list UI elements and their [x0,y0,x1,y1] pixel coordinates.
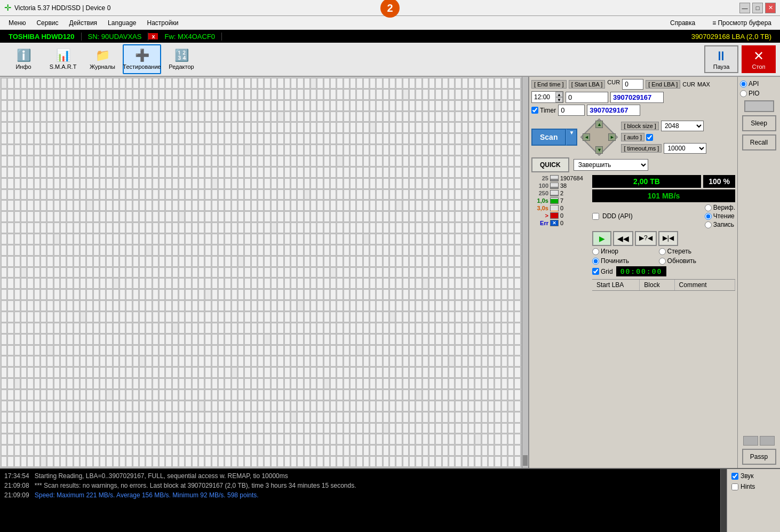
stop-button[interactable]: ✕ Стоп [742,45,776,73]
grid-checkbox-label[interactable]: Grid [592,268,613,275]
menu-item-service[interactable]: Сервис [31,18,63,28]
zvuk-checkbox[interactable] [731,473,738,480]
menu-item-language[interactable]: Language [102,18,141,28]
grid-cell [47,167,53,178]
grid-cell [106,456,112,467]
nav-left-button[interactable]: ◄ [583,133,590,141]
view-buffer-button[interactable]: ≡ Просмотр буфера [707,18,777,28]
action-update-radio[interactable]: Обновить [659,257,723,265]
grid-cell [21,178,27,189]
pio-radio[interactable] [740,90,747,97]
nav-down-button[interactable]: ▼ [595,146,603,154]
verif-radio-input[interactable] [705,204,712,211]
grid-cell [277,334,283,345]
timer-check[interactable] [531,107,538,114]
finish-select[interactable]: Завершить Выключить Перезагрузить [574,159,648,171]
grid-cell [251,256,257,267]
scan-button[interactable]: Scan [531,129,566,146]
toolbar-smart[interactable]: 📊 S.M.A.R.T [44,44,82,74]
menu-item-menu[interactable]: Меню [3,18,31,28]
auto-checkbox[interactable] [646,134,653,141]
time-input-wrap[interactable]: ▲ ▼ [531,91,563,103]
toolbar-test[interactable]: ➕ Тестирование [123,44,161,74]
rewind-button[interactable]: ◀◀ [613,231,633,246]
side-gray-btn-1[interactable] [743,436,758,446]
step-back-button[interactable]: ▶?◀ [635,231,657,246]
read-radio-input[interactable] [705,213,712,220]
pio-radio-label[interactable]: PIO [740,90,760,97]
block-size-select[interactable]: 2048 512 1024 4096 [661,121,704,131]
grid-cell [264,378,270,389]
grid-cell [74,100,79,111]
time-spin-down[interactable]: ▼ [555,97,563,102]
grid-cell [462,456,468,467]
grid-cell [482,300,488,311]
toolbar-editor[interactable]: 🔢 Редактор [162,44,201,74]
nav-up-button[interactable]: ▲ [595,121,603,128]
grid-cell [508,434,514,444]
toolbar-journals[interactable]: 📁 Журналы [83,44,122,74]
grid-cell [153,178,158,189]
minimize-button[interactable]: — [739,3,750,13]
play-button[interactable]: ▶ [592,231,611,246]
action-erase-radio[interactable]: Стереть [659,248,723,255]
grid-cell [113,367,119,378]
grid-cell [54,312,60,322]
device-close-button[interactable]: x [148,33,158,39]
pause-button[interactable]: ⏸ Пауза [704,45,738,73]
cur-value-input[interactable] [622,79,643,90]
action-ignore-radio[interactable]: Игнор [592,248,657,255]
timer-value-input[interactable] [558,105,585,116]
grid-cell [14,345,20,356]
step-fwd-button[interactable]: ▶|◀ [658,231,678,246]
grid-cell [383,312,389,322]
api-radio[interactable] [740,81,747,88]
hints-label: Hints [741,483,755,490]
scroll-thumb[interactable] [523,455,528,466]
sleep-button[interactable]: Sleep [742,115,776,131]
start-lba-input[interactable] [566,92,608,103]
timeout-select[interactable]: 10000 5000 20000 [664,143,706,154]
gray-btn-1[interactable] [744,100,774,112]
menu-item-settings[interactable]: Настройки [142,18,184,28]
erase-radio-input[interactable] [659,248,666,255]
scroll-bar[interactable] [522,77,528,468]
mode-write-radio[interactable]: Запись [705,221,735,228]
timer-end-input[interactable] [587,105,640,116]
ignore-radio-input[interactable] [592,248,599,255]
zvuk-checkbox-label[interactable]: Звук [731,472,776,480]
passp-button[interactable]: Passp [742,449,776,465]
quick-button[interactable]: QUICK [531,157,569,172]
time-input[interactable] [532,92,555,102]
log-scrollbar[interactable] [720,469,727,532]
recall-button[interactable]: Recall [742,134,776,150]
nav-right-button[interactable]: ► [608,133,616,141]
scan-arrow-button[interactable]: ▼ [566,129,577,146]
action-repair-radio[interactable]: Починить [592,257,657,265]
hints-checkbox[interactable] [731,483,738,490]
mode-verif-radio[interactable]: Вериф. [705,204,735,211]
grid-checkbox[interactable] [592,268,599,275]
write-radio-input[interactable] [705,221,712,228]
menu-item-help[interactable]: Справка [665,18,701,28]
mode-read-radio[interactable]: Чтение [705,212,735,220]
toolbar-info[interactable]: ℹ️ Инфо [4,44,43,74]
hints-checkbox-label[interactable]: Hints [731,483,776,490]
grid-cell [356,278,362,289]
grid-cell [205,267,211,278]
grid-cell [67,323,73,334]
api-radio-label[interactable]: API [740,80,760,88]
update-radio-input[interactable] [659,258,666,265]
grid-cell [133,178,139,189]
time-spin-up[interactable]: ▲ [555,92,563,97]
end-lba-input[interactable] [610,92,664,103]
maximize-button[interactable]: □ [752,3,763,13]
side-gray-btn-2[interactable] [760,436,775,446]
log-line-1: 17:34:54 Starting Reading, LBA=0..390702… [4,471,716,481]
timer-checkbox[interactable]: Timer [531,107,556,114]
menu-item-actions[interactable]: Действия [64,18,103,28]
ddd-checkbox[interactable] [592,213,599,220]
grid-cell [475,112,481,122]
close-button[interactable]: ✕ [765,3,776,13]
repair-radio-input[interactable] [592,258,599,265]
